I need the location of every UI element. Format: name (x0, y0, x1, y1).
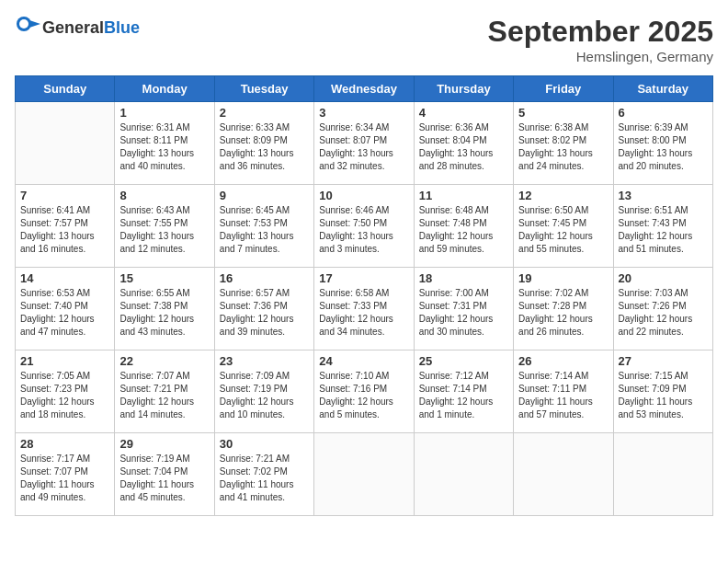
day-number: 9 (220, 189, 309, 202)
day-number: 5 (518, 106, 608, 120)
day-number: 25 (419, 354, 508, 368)
day-number: 16 (220, 271, 309, 285)
day-detail: Sunrise: 7:15 AMSunset: 7:09 PMDaylight:… (619, 370, 708, 421)
calendar-cell: 25Sunrise: 7:12 AMSunset: 7:14 PMDayligh… (414, 350, 513, 433)
day-detail: Sunrise: 6:50 AMSunset: 7:45 PMDaylight:… (518, 204, 608, 256)
day-number: 22 (119, 354, 209, 368)
calendar-cell: 12Sunrise: 6:50 AMSunset: 7:45 PMDayligh… (514, 185, 613, 268)
calendar-cell: 24Sunrise: 7:10 AMSunset: 7:16 PMDayligh… (314, 350, 414, 433)
day-number: 6 (619, 106, 708, 120)
logo: GeneralBlue (15, 15, 140, 40)
calendar-cell: 28Sunrise: 7:17 AMSunset: 7:07 PMDayligh… (16, 433, 115, 516)
day-number: 2 (220, 106, 309, 120)
calendar-cell: 6Sunrise: 6:39 AMSunset: 8:00 PMDaylight… (613, 102, 712, 185)
calendar-cell: 26Sunrise: 7:14 AMSunset: 7:11 PMDayligh… (514, 350, 613, 433)
day-number: 7 (20, 189, 109, 202)
svg-point-1 (19, 19, 28, 29)
day-number: 4 (419, 106, 508, 120)
calendar-cell: 9Sunrise: 6:45 AMSunset: 7:53 PMDaylight… (214, 185, 313, 268)
calendar-cell: 8Sunrise: 6:43 AMSunset: 7:55 PMDaylight… (115, 185, 214, 268)
calendar-cell: 20Sunrise: 7:03 AMSunset: 7:26 PMDayligh… (613, 268, 712, 350)
calendar-cell: 10Sunrise: 6:46 AMSunset: 7:50 PMDayligh… (314, 185, 414, 268)
week-row-1: 1Sunrise: 6:31 AMSunset: 8:11 PMDaylight… (16, 102, 713, 185)
day-header-sunday: Sunday (16, 76, 115, 102)
week-row-4: 21Sunrise: 7:05 AMSunset: 7:23 PMDayligh… (16, 350, 713, 433)
day-header-wednesday: Wednesday (314, 76, 414, 102)
week-row-2: 7Sunrise: 6:41 AMSunset: 7:57 PMDaylight… (16, 185, 713, 268)
day-number: 21 (20, 354, 109, 368)
calendar-cell: 21Sunrise: 7:05 AMSunset: 7:23 PMDayligh… (16, 350, 115, 433)
day-number: 27 (619, 354, 708, 368)
calendar-cell: 19Sunrise: 7:02 AMSunset: 7:28 PMDayligh… (514, 268, 613, 350)
day-detail: Sunrise: 6:31 AMSunset: 8:11 PMDaylight:… (119, 121, 209, 173)
day-detail: Sunrise: 6:38 AMSunset: 8:02 PMDaylight:… (518, 121, 608, 173)
calendar-cell (414, 433, 513, 516)
day-number: 12 (518, 189, 608, 202)
day-detail: Sunrise: 6:58 AMSunset: 7:33 PMDaylight:… (319, 287, 408, 339)
day-detail: Sunrise: 7:09 AMSunset: 7:19 PMDaylight:… (220, 370, 309, 421)
calendar-table: SundayMondayTuesdayWednesdayThursdayFrid… (15, 75, 713, 516)
calendar-cell: 17Sunrise: 6:58 AMSunset: 7:33 PMDayligh… (314, 268, 414, 350)
day-detail: Sunrise: 6:33 AMSunset: 8:09 PMDaylight:… (220, 121, 309, 173)
day-number: 23 (220, 354, 309, 368)
day-detail: Sunrise: 7:19 AMSunset: 7:04 PMDaylight:… (119, 453, 209, 504)
calendar-cell: 29Sunrise: 7:19 AMSunset: 7:04 PMDayligh… (115, 433, 214, 516)
day-number: 17 (319, 271, 408, 285)
day-number: 15 (119, 271, 209, 285)
day-number: 8 (119, 189, 209, 202)
day-detail: Sunrise: 6:51 AMSunset: 7:43 PMDaylight:… (619, 204, 708, 256)
logo-text-general: General (42, 18, 104, 37)
calendar-cell: 30Sunrise: 7:21 AMSunset: 7:02 PMDayligh… (214, 433, 313, 516)
calendar-cell: 2Sunrise: 6:33 AMSunset: 8:09 PMDaylight… (214, 102, 313, 185)
day-detail: Sunrise: 6:57 AMSunset: 7:36 PMDaylight:… (220, 287, 309, 339)
logo-icon (15, 15, 40, 40)
calendar-cell: 11Sunrise: 6:48 AMSunset: 7:48 PMDayligh… (414, 185, 513, 268)
day-detail: Sunrise: 7:21 AMSunset: 7:02 PMDaylight:… (220, 453, 309, 504)
calendar-cell: 15Sunrise: 6:55 AMSunset: 7:38 PMDayligh… (115, 268, 214, 350)
calendar-cell (613, 433, 712, 516)
day-detail: Sunrise: 6:34 AMSunset: 8:07 PMDaylight:… (319, 121, 408, 173)
day-detail: Sunrise: 6:48 AMSunset: 7:48 PMDaylight:… (419, 204, 508, 256)
calendar-cell: 14Sunrise: 6:53 AMSunset: 7:40 PMDayligh… (16, 268, 115, 350)
calendar-cell (514, 433, 613, 516)
day-header-friday: Friday (514, 76, 613, 102)
logo-text-blue: Blue (104, 18, 140, 37)
day-detail: Sunrise: 7:12 AMSunset: 7:14 PMDaylight:… (419, 370, 508, 421)
day-detail: Sunrise: 6:45 AMSunset: 7:53 PMDaylight:… (220, 204, 309, 256)
day-number: 18 (419, 271, 508, 285)
days-header-row: SundayMondayTuesdayWednesdayThursdayFrid… (16, 76, 713, 102)
day-detail: Sunrise: 7:10 AMSunset: 7:16 PMDaylight:… (319, 370, 408, 421)
day-header-monday: Monday (115, 76, 214, 102)
day-number: 10 (319, 189, 408, 202)
day-detail: Sunrise: 7:17 AMSunset: 7:07 PMDaylight:… (20, 453, 109, 504)
day-detail: Sunrise: 7:14 AMSunset: 7:11 PMDaylight:… (518, 370, 608, 421)
day-detail: Sunrise: 7:00 AMSunset: 7:31 PMDaylight:… (419, 287, 508, 339)
day-detail: Sunrise: 7:07 AMSunset: 7:21 PMDaylight:… (119, 370, 209, 421)
day-detail: Sunrise: 6:36 AMSunset: 8:04 PMDaylight:… (419, 121, 508, 173)
title-block: September 2025 Hemslingen, Germany (488, 15, 713, 64)
day-number: 28 (20, 437, 109, 451)
day-header-thursday: Thursday (414, 76, 513, 102)
day-number: 1 (119, 106, 209, 120)
day-number: 20 (619, 271, 708, 285)
calendar-cell: 7Sunrise: 6:41 AMSunset: 7:57 PMDaylight… (16, 185, 115, 268)
day-detail: Sunrise: 6:43 AMSunset: 7:55 PMDaylight:… (119, 204, 209, 256)
calendar-cell: 23Sunrise: 7:09 AMSunset: 7:19 PMDayligh… (214, 350, 313, 433)
calendar-cell: 4Sunrise: 6:36 AMSunset: 8:04 PMDaylight… (414, 102, 513, 185)
day-number: 3 (319, 106, 408, 120)
day-header-tuesday: Tuesday (214, 76, 313, 102)
day-number: 30 (220, 437, 309, 451)
day-number: 29 (119, 437, 209, 451)
day-detail: Sunrise: 6:39 AMSunset: 8:00 PMDaylight:… (619, 121, 708, 173)
calendar-cell: 27Sunrise: 7:15 AMSunset: 7:09 PMDayligh… (613, 350, 712, 433)
day-number: 26 (518, 354, 608, 368)
svg-marker-2 (29, 20, 40, 28)
day-detail: Sunrise: 6:53 AMSunset: 7:40 PMDaylight:… (20, 287, 109, 339)
day-detail: Sunrise: 6:46 AMSunset: 7:50 PMDaylight:… (319, 204, 408, 256)
day-detail: Sunrise: 6:55 AMSunset: 7:38 PMDaylight:… (119, 287, 209, 339)
calendar-cell: 22Sunrise: 7:07 AMSunset: 7:21 PMDayligh… (115, 350, 214, 433)
month-title: September 2025 (488, 15, 713, 49)
day-detail: Sunrise: 6:41 AMSunset: 7:57 PMDaylight:… (20, 204, 109, 256)
calendar-cell: 3Sunrise: 6:34 AMSunset: 8:07 PMDaylight… (314, 102, 414, 185)
calendar-cell (16, 102, 115, 185)
